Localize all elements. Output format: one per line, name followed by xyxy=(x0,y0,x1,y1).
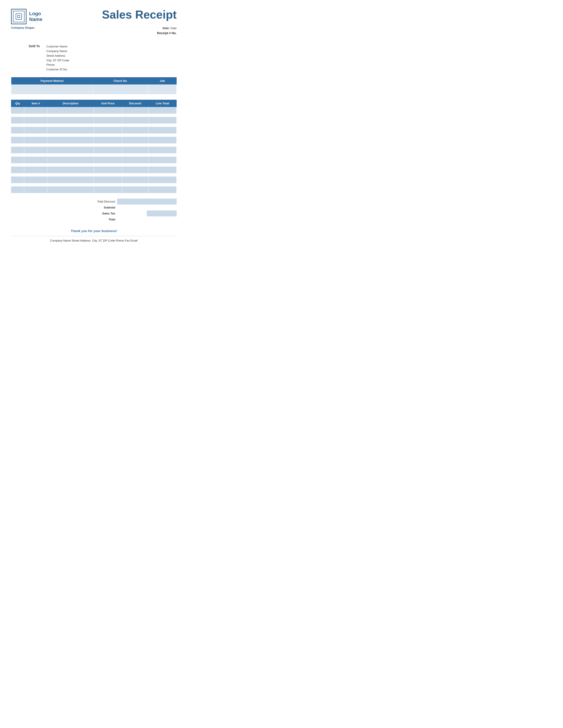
total-row: Total xyxy=(93,216,177,222)
table-cell xyxy=(94,137,122,143)
table-cell xyxy=(24,107,47,114)
items-table: Qty Item # Description Unit Price Discou… xyxy=(11,100,177,196)
table-cell xyxy=(94,147,122,153)
payment-table: Payment Method Check No. Job xyxy=(11,77,177,94)
table-row xyxy=(11,157,177,163)
job-header: Job xyxy=(148,77,177,85)
company-slogan: Company Slogan xyxy=(11,26,34,29)
table-cell xyxy=(24,186,47,193)
logo-text: Logo Name xyxy=(29,11,42,23)
customer-id: Customer ID No. xyxy=(46,67,69,72)
table-cell xyxy=(24,157,47,163)
title-area: Sales Receipt xyxy=(102,9,177,20)
table-cell xyxy=(11,176,24,183)
table-cell xyxy=(148,137,176,143)
subtotal-label: Subtotal xyxy=(93,205,117,210)
job-cell xyxy=(148,84,177,94)
table-cell xyxy=(47,157,94,163)
check-no-header: Check No. xyxy=(93,77,148,85)
table-row xyxy=(11,147,177,153)
payment-data-row xyxy=(11,84,177,94)
table-row xyxy=(11,127,177,133)
total-discount-value xyxy=(117,199,147,205)
date-value: Date xyxy=(171,26,177,30)
total-discount-row: Total Discount xyxy=(93,199,177,205)
subtotal-row: Subtotal xyxy=(93,205,177,210)
table-cell xyxy=(94,107,122,114)
table-cell xyxy=(24,167,47,173)
table-cell xyxy=(148,167,176,173)
logo-innermost xyxy=(16,13,22,20)
table-cell xyxy=(122,107,148,114)
table-cell xyxy=(122,167,148,173)
payment-method-header: Payment Method xyxy=(11,77,93,85)
customer-city: City, ST ZIP Code xyxy=(46,58,69,63)
logo-box xyxy=(11,9,26,24)
table-cell xyxy=(47,137,94,143)
table-cell xyxy=(94,176,122,183)
table-cell xyxy=(148,127,176,133)
gap-row xyxy=(11,124,177,127)
sales-tax-label: Sales Tax xyxy=(93,210,117,216)
table-cell xyxy=(122,117,148,124)
date-label: Date: xyxy=(162,26,170,30)
gap-row xyxy=(11,153,177,157)
logo-line1: Logo xyxy=(29,11,42,17)
description-header: Description xyxy=(47,100,94,107)
thank-you-message: Thank you for your business! xyxy=(11,229,177,233)
logo-line2: Name xyxy=(29,17,42,22)
table-cell xyxy=(11,127,24,133)
gap-row xyxy=(11,173,177,176)
table-cell xyxy=(94,167,122,173)
total-discount-label: Total Discount xyxy=(93,199,117,205)
logo-inner xyxy=(13,11,24,22)
customer-phone: Phone xyxy=(46,63,69,67)
logo-center-icon xyxy=(17,15,20,18)
page-header: Logo Name Sales Receipt xyxy=(11,9,177,24)
table-cell xyxy=(122,127,148,133)
sales-tax-value xyxy=(147,210,177,216)
gap-row xyxy=(11,133,177,137)
table-row xyxy=(11,176,177,183)
table-row xyxy=(11,167,177,173)
sold-to-info: Customer Name Company Name Street Addres… xyxy=(46,44,69,72)
table-cell xyxy=(47,147,94,153)
line-total-header: Line Total xyxy=(148,100,176,107)
table-row xyxy=(11,107,177,114)
logo-area: Logo Name xyxy=(11,9,42,24)
table-cell xyxy=(24,137,47,143)
gap-row xyxy=(11,143,177,147)
table-cell xyxy=(47,186,94,193)
items-header-row: Qty Item # Description Unit Price Discou… xyxy=(11,100,177,107)
check-no-cell xyxy=(93,84,148,94)
payment-method-cell xyxy=(11,84,93,94)
table-row xyxy=(11,186,177,193)
table-cell xyxy=(122,147,148,153)
gap-row xyxy=(11,183,177,186)
payment-header-row: Payment Method Check No. Job xyxy=(11,77,177,85)
table-cell xyxy=(24,176,47,183)
qty-header: Qty xyxy=(11,100,24,107)
unit-price-header: Unit Price xyxy=(94,100,122,107)
table-cell xyxy=(11,186,24,193)
table-cell xyxy=(122,137,148,143)
totals-table: Total Discount Subtotal Sales Tax Total xyxy=(93,199,177,222)
receipt-number: Receipt # No. xyxy=(157,31,177,36)
date-line: Date: Date xyxy=(157,26,177,31)
table-cell xyxy=(11,117,24,124)
footer-contact: Company Name Street Address, City, ST ZI… xyxy=(11,236,177,242)
table-cell xyxy=(24,127,47,133)
table-cell xyxy=(94,186,122,193)
table-cell xyxy=(11,167,24,173)
table-cell xyxy=(122,176,148,183)
sold-to-section: Sold To Customer Name Company Name Stree… xyxy=(11,44,177,72)
gap-row xyxy=(11,114,177,117)
gap-row xyxy=(11,163,177,167)
discount-header: Discount xyxy=(122,100,148,107)
table-cell xyxy=(148,117,176,124)
table-cell xyxy=(94,157,122,163)
table-cell xyxy=(94,127,122,133)
receipt-title: Sales Receipt xyxy=(102,9,177,20)
table-cell xyxy=(11,157,24,163)
table-cell xyxy=(148,157,176,163)
